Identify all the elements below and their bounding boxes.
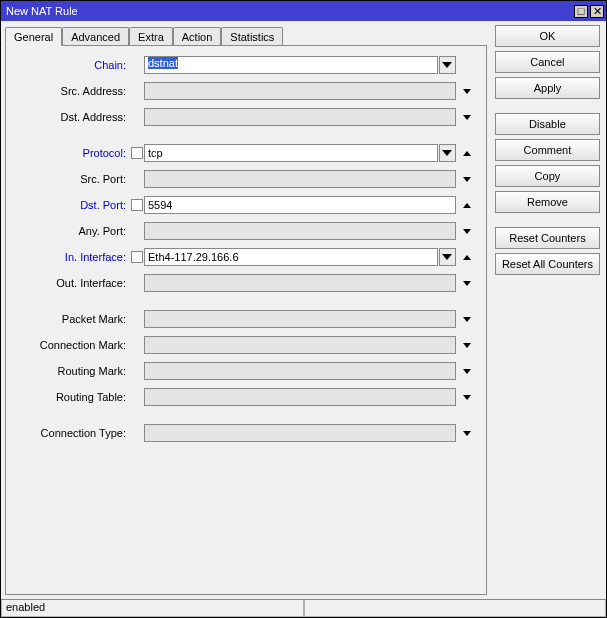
routing-mark-checkbox-slot [130, 364, 144, 378]
row-any-port: Any. Port: [10, 222, 476, 240]
label-connection-type: Connection Type: [10, 427, 130, 439]
label-routing-table: Routing Table: [10, 391, 130, 403]
disable-button[interactable]: Disable [495, 113, 600, 135]
row-routing-mark: Routing Mark: [10, 362, 476, 380]
src-port-expand-button[interactable] [459, 170, 476, 188]
dst-port-invert-checkbox[interactable] [131, 199, 143, 211]
chain-dropdown-button[interactable] [439, 56, 456, 74]
ok-button[interactable]: OK [495, 25, 600, 47]
reset-all-counters-button[interactable]: Reset All Counters [495, 253, 600, 275]
row-dst-address: Dst. Address: [10, 108, 476, 126]
src-port-input[interactable] [144, 170, 456, 188]
any-port-expand-button[interactable] [459, 222, 476, 240]
routing-mark-input[interactable] [144, 362, 456, 380]
in-interface-input-wrap [144, 248, 456, 266]
row-protocol: Protocol: [10, 144, 476, 162]
triangle-down-icon [463, 115, 471, 120]
triangle-down-icon [463, 229, 471, 234]
tab-bar: General Advanced Extra Action Statistics [5, 25, 487, 45]
tab-general[interactable]: General [5, 27, 62, 46]
label-chain: Chain: [10, 59, 130, 71]
dst-port-input[interactable] [144, 196, 456, 214]
routing-table-checkbox-slot [130, 390, 144, 404]
chevron-down-icon [442, 62, 452, 68]
connection-type-expand-button[interactable] [459, 424, 476, 442]
in-interface-dropdown-button[interactable] [439, 248, 456, 266]
protocol-collapse-button[interactable] [459, 144, 476, 162]
routing-table-expand-button[interactable] [459, 388, 476, 406]
protocol-dropdown-button[interactable] [439, 144, 456, 162]
dst-address-input-wrap [144, 108, 456, 126]
triangle-down-icon [463, 395, 471, 400]
status-text: enabled [1, 600, 304, 617]
row-connection-mark: Connection Mark: [10, 336, 476, 354]
tab-extra[interactable]: Extra [129, 27, 173, 45]
label-protocol: Protocol: [10, 147, 130, 159]
triangle-up-icon [463, 203, 471, 208]
in-interface-collapse-button[interactable] [459, 248, 476, 266]
connection-mark-input[interactable] [144, 336, 456, 354]
row-in-interface: In. Interface: [10, 248, 476, 266]
label-dst-address: Dst. Address: [10, 111, 130, 123]
row-out-interface: Out. Interface: [10, 274, 476, 292]
remove-button[interactable]: Remove [495, 191, 600, 213]
window-title: New NAT Rule [6, 5, 572, 17]
chain-input[interactable]: dstnat [144, 56, 438, 74]
src-address-expand-button[interactable] [459, 82, 476, 100]
connection-mark-checkbox-slot [130, 338, 144, 352]
row-src-address: Src. Address: [10, 82, 476, 100]
in-interface-invert-checkbox[interactable] [131, 251, 143, 263]
titlebar: New NAT Rule □ ✕ [1, 1, 606, 21]
dst-address-input[interactable] [144, 108, 456, 126]
main-row: General Advanced Extra Action Statistics… [1, 21, 606, 599]
connection-type-input[interactable] [144, 424, 456, 442]
window-body: General Advanced Extra Action Statistics… [1, 21, 606, 617]
out-interface-checkbox-slot [130, 276, 144, 290]
src-port-input-wrap [144, 170, 456, 188]
row-connection-type: Connection Type: [10, 424, 476, 442]
tab-action[interactable]: Action [173, 27, 222, 45]
src-address-input[interactable] [144, 82, 456, 100]
label-in-interface: In. Interface: [10, 251, 130, 263]
routing-mark-input-wrap [144, 362, 456, 380]
copy-button[interactable]: Copy [495, 165, 600, 187]
row-src-port: Src. Port: [10, 170, 476, 188]
form-area: General Advanced Extra Action Statistics… [5, 25, 487, 595]
tab-statistics[interactable]: Statistics [221, 27, 283, 45]
row-packet-mark: Packet Mark: [10, 310, 476, 328]
triangle-down-icon [463, 431, 471, 436]
tab-advanced[interactable]: Advanced [62, 27, 129, 45]
in-interface-input[interactable] [144, 248, 438, 266]
src-address-input-wrap [144, 82, 456, 100]
window-frame: New NAT Rule □ ✕ General Advanced Extra … [0, 0, 607, 618]
chain-checkbox-slot [130, 58, 144, 72]
comment-button[interactable]: Comment [495, 139, 600, 161]
connection-mark-input-wrap [144, 336, 456, 354]
protocol-invert-checkbox[interactable] [131, 147, 143, 159]
routing-mark-expand-button[interactable] [459, 362, 476, 380]
close-button[interactable]: ✕ [590, 5, 604, 18]
dst-address-expand-button[interactable] [459, 108, 476, 126]
cancel-button[interactable]: Cancel [495, 51, 600, 73]
connection-mark-expand-button[interactable] [459, 336, 476, 354]
out-interface-input[interactable] [144, 274, 456, 292]
apply-button[interactable]: Apply [495, 77, 600, 99]
label-out-interface: Out. Interface: [10, 277, 130, 289]
packet-mark-input[interactable] [144, 310, 456, 328]
chevron-down-icon [442, 150, 452, 156]
any-port-input[interactable] [144, 222, 456, 240]
routing-table-input[interactable] [144, 388, 456, 406]
packet-mark-expand-button[interactable] [459, 310, 476, 328]
any-port-checkbox-slot [130, 224, 144, 238]
out-interface-expand-button[interactable] [459, 274, 476, 292]
dst-port-collapse-button[interactable] [459, 196, 476, 214]
chain-value: dstnat [148, 57, 178, 69]
protocol-input[interactable] [144, 144, 438, 162]
chain-input-wrap: dstnat [144, 56, 456, 74]
in-interface-checkbox-slot [130, 250, 144, 264]
reset-counters-button[interactable]: Reset Counters [495, 227, 600, 249]
label-dst-port: Dst. Port: [10, 199, 130, 211]
label-connection-mark: Connection Mark: [10, 339, 130, 351]
triangle-down-icon [463, 281, 471, 286]
maximize-button[interactable]: □ [574, 5, 588, 18]
